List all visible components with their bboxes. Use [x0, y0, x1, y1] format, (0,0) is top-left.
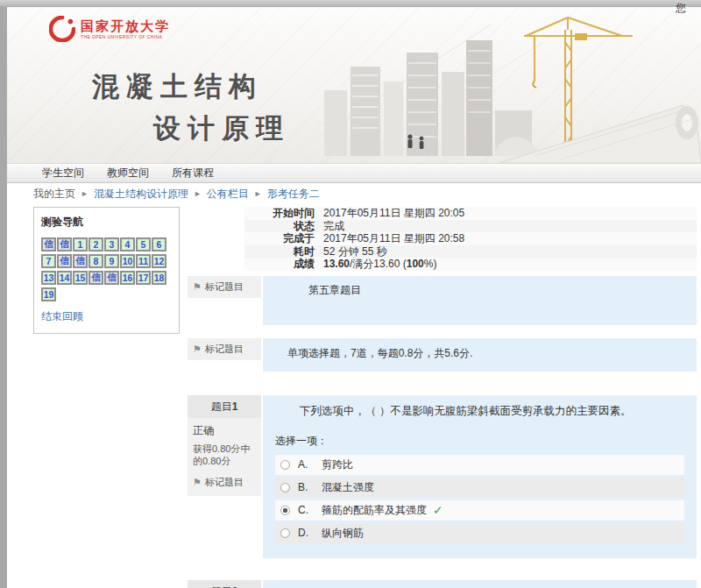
breadcrumb-separator-icon: ►: [194, 189, 202, 198]
logo-icon: [49, 16, 75, 42]
qnav-question-button[interactable]: 7: [41, 254, 56, 268]
qnav-info-button[interactable]: 信: [41, 237, 56, 251]
question-number: 题目2: [188, 580, 261, 588]
qnav-info-button[interactable]: 信: [104, 271, 119, 285]
grade-score: 13.60: [323, 258, 350, 270]
flag-icon: ⚑: [193, 344, 202, 355]
radio-button[interactable]: [280, 528, 290, 538]
summary-row-finished: 完成于 2017年05月11日 星期四 20:58: [244, 232, 697, 245]
qnav-question-button[interactable]: 5: [136, 237, 151, 251]
option-row-b[interactable]: B. 混凝土强度: [275, 478, 684, 498]
grade-end: %): [424, 258, 437, 270]
description-content: 第五章题目: [263, 276, 697, 325]
summary-value: 13.60/满分13.60 (100%): [323, 258, 436, 271]
qnav-info-button[interactable]: 信: [89, 271, 103, 285]
option-row-c[interactable]: C. 箍筋的配筋率及其强度 ✓: [275, 500, 684, 521]
question-number: 题目1: [188, 395, 261, 418]
breadcrumb-course-link[interactable]: 混凝土结构设计原理: [94, 187, 188, 202]
description-text: 单项选择题，7道，每题0.8分，共5.6分.: [263, 338, 697, 361]
summary-label: 成绩: [244, 258, 315, 271]
qnav-question-button[interactable]: 4: [120, 237, 135, 251]
breadcrumb-section-link[interactable]: 公有栏目: [207, 187, 249, 202]
description-content: 单项选择题，7道，每题0.8分，共5.6分.: [263, 338, 697, 372]
question-info-panel: 题目1 正确 获得0.80分中的0.80分 ⚑ 标记题目: [188, 395, 261, 497]
qnav-question-button[interactable]: 10: [120, 254, 135, 268]
qnav-question-button[interactable]: 3: [104, 237, 119, 251]
breadcrumb-home[interactable]: 我的主页: [33, 187, 75, 202]
radio-button[interactable]: [280, 483, 290, 492]
grade-percent: 100: [407, 258, 424, 270]
qnav-info-button[interactable]: 信: [73, 254, 88, 268]
user-greeting-link[interactable]: 您: [676, 1, 698, 16]
flag-question-button[interactable]: ⚑ 标记题目: [188, 338, 261, 360]
qnav-question-button[interactable]: 9: [104, 254, 119, 268]
qnav-question-button[interactable]: 19: [41, 287, 56, 301]
nav-item-all-courses[interactable]: 所有课程: [172, 166, 214, 181]
description-block-1: ⚑ 标记题目 第五章题目: [188, 276, 697, 325]
option-text: 纵向钢筋: [322, 526, 364, 541]
options-list: A. 剪跨比 B. 混凝土强度 C.: [275, 455, 684, 543]
qnav-question-button[interactable]: 18: [152, 271, 166, 285]
banner: 国家开放大学 THE OPEN UNIVERSITY OF CHINA 混凝土结…: [7, 7, 701, 163]
qnav-question-button[interactable]: 17: [136, 271, 151, 285]
breadcrumb: 我的主页 ► 混凝土结构设计原理 ► 公有栏目 ► 形考任务二: [7, 183, 701, 204]
option-row-d[interactable]: D. 纵向钢筋: [275, 523, 684, 543]
finish-review-link[interactable]: 结束回顾: [41, 309, 83, 324]
logo-text-cn: 国家开放大学: [81, 19, 170, 33]
qnav-question-button[interactable]: 12: [152, 254, 166, 268]
content-column: 开始时间 2017年05月11日 星期四 20:05 状态 完成 完成于 201…: [180, 207, 697, 588]
flag-icon: ⚑: [193, 477, 202, 488]
top-bar: [0, 0, 701, 7]
nav-item-teacher-space[interactable]: 教师空间: [107, 166, 149, 181]
flag-question-button[interactable]: ⚑ 标记题目: [193, 476, 256, 489]
radio-button[interactable]: [280, 460, 290, 470]
description-block-2: ⚑ 标记题目 单项选择题，7道，每题0.8分，共5.6分.: [188, 338, 697, 372]
breadcrumb-separator-icon: ►: [81, 189, 89, 198]
flag-label: 标记题目: [205, 280, 244, 294]
summary-row-grade: 成绩 13.60/满分13.60 (100%): [244, 258, 697, 271]
logo-text-en: THE OPEN UNIVERSITY OF CHINA: [81, 34, 170, 39]
breadcrumb-task-link[interactable]: 形考任务二: [267, 187, 320, 202]
option-letter: C.: [298, 504, 322, 516]
correct-check-icon: ✓: [433, 503, 443, 517]
flag-label: 标记题目: [205, 476, 244, 489]
quiz-summary: 开始时间 2017年05月11日 星期四 20:05 状态 完成 完成于 201…: [244, 207, 697, 271]
question-content: 下列选项中，（ ）不是影响无腹筋梁斜截面受剪承载力的主要因素。 选择一项： A.…: [263, 395, 697, 558]
flag-icon: ⚑: [193, 281, 202, 293]
qnav-question-button[interactable]: 14: [57, 271, 72, 285]
radio-button-selected[interactable]: [280, 506, 290, 515]
quiz-navigation-panel: 测验导航 信 信 1 2 3 4 5 6 7 信 信 8 9 10 11: [33, 207, 180, 334]
option-text: 混凝土强度: [322, 480, 374, 495]
question-text: 下列选项中，（ ）不是影响无腹筋梁斜截面受剪承载力的主要因素。: [275, 404, 684, 419]
university-logo[interactable]: 国家开放大学 THE OPEN UNIVERSITY OF CHINA: [49, 16, 170, 42]
option-row-a[interactable]: A. 剪跨比: [275, 455, 684, 475]
question-info-panel: 题目2: [188, 580, 261, 588]
summary-value: 完成: [323, 220, 344, 233]
option-letter: A.: [298, 458, 322, 471]
answer-prompt: 选择一项：: [275, 434, 684, 449]
flag-label: 标记题目: [205, 343, 244, 356]
qnav-question-button[interactable]: 15: [73, 271, 88, 285]
summary-value: 2017年05月11日 星期四 20:58: [323, 232, 464, 245]
option-text: 剪跨比: [322, 457, 353, 472]
qnav-info-button[interactable]: 信: [57, 237, 72, 251]
qnav-question-button[interactable]: 8: [89, 254, 103, 268]
qnav-question-button[interactable]: 2: [89, 237, 103, 251]
course-title-line2: 设计原理: [153, 110, 290, 147]
page: 您 国家开放大学 THE OPEN UNIVERSITY OF CHINA 混凝…: [0, 0, 701, 588]
qnav-question-button[interactable]: 6: [152, 237, 166, 251]
qnav-question-button[interactable]: 13: [41, 271, 56, 285]
qnav-question-button[interactable]: 1: [73, 237, 88, 251]
page-container: 国家开放大学 THE OPEN UNIVERSITY OF CHINA 混凝土结…: [7, 7, 701, 588]
breadcrumb-separator-icon: ►: [254, 189, 262, 198]
option-letter: D.: [298, 527, 322, 539]
qnav-question-button[interactable]: 11: [136, 254, 151, 268]
flag-question-button[interactable]: ⚑ 标记题目: [188, 276, 261, 298]
qnav-info-button[interactable]: 信: [57, 254, 72, 268]
nav-item-student-space[interactable]: 学生空间: [42, 166, 84, 181]
summary-value: 2017年05月11日 星期四 20:05: [323, 207, 464, 220]
main-area: 测验导航 信 信 1 2 3 4 5 6 7 信 信 8 9 10 11: [7, 204, 701, 588]
course-title-line1: 混凝土结构: [92, 68, 263, 105]
qnav-question-button[interactable]: 16: [120, 271, 135, 285]
question-block-1: 题目1 正确 获得0.80分中的0.80分 ⚑ 标记题目 下列选项中，: [188, 395, 697, 558]
